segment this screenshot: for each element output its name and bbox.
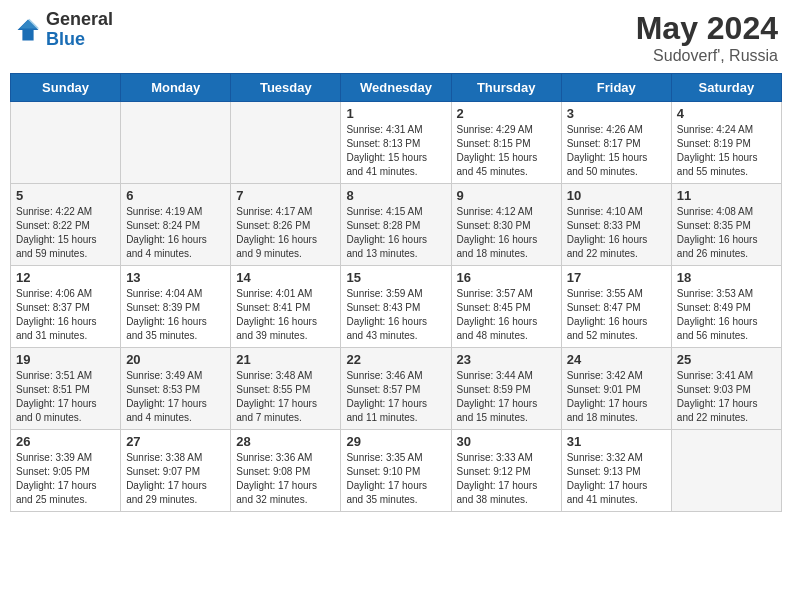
day-cell: 18Sunrise: 3:53 AMSunset: 8:49 PMDayligh… — [671, 266, 781, 348]
logo: General Blue — [14, 10, 113, 50]
day-cell: 17Sunrise: 3:55 AMSunset: 8:47 PMDayligh… — [561, 266, 671, 348]
day-number: 24 — [567, 352, 666, 367]
col-header-wednesday: Wednesday — [341, 74, 451, 102]
day-cell: 2Sunrise: 4:29 AMSunset: 8:15 PMDaylight… — [451, 102, 561, 184]
col-header-thursday: Thursday — [451, 74, 561, 102]
day-info: Sunrise: 3:36 AMSunset: 9:08 PMDaylight:… — [236, 451, 335, 507]
day-cell: 5Sunrise: 4:22 AMSunset: 8:22 PMDaylight… — [11, 184, 121, 266]
day-number: 30 — [457, 434, 556, 449]
col-header-saturday: Saturday — [671, 74, 781, 102]
day-number: 16 — [457, 270, 556, 285]
empty-day-cell — [121, 102, 231, 184]
day-number: 28 — [236, 434, 335, 449]
logo-icon — [14, 16, 42, 44]
day-cell: 22Sunrise: 3:46 AMSunset: 8:57 PMDayligh… — [341, 348, 451, 430]
day-number: 21 — [236, 352, 335, 367]
day-info: Sunrise: 3:57 AMSunset: 8:45 PMDaylight:… — [457, 287, 556, 343]
calendar-table: SundayMondayTuesdayWednesdayThursdayFrid… — [10, 73, 782, 512]
day-number: 8 — [346, 188, 445, 203]
day-info: Sunrise: 3:48 AMSunset: 8:55 PMDaylight:… — [236, 369, 335, 425]
location-subtitle: Sudoverf', Russia — [636, 47, 778, 65]
logo-general-text: General — [46, 10, 113, 30]
empty-day-cell — [231, 102, 341, 184]
day-cell: 24Sunrise: 3:42 AMSunset: 9:01 PMDayligh… — [561, 348, 671, 430]
day-info: Sunrise: 3:59 AMSunset: 8:43 PMDaylight:… — [346, 287, 445, 343]
day-info: Sunrise: 4:19 AMSunset: 8:24 PMDaylight:… — [126, 205, 225, 261]
day-number: 1 — [346, 106, 445, 121]
day-info: Sunrise: 3:44 AMSunset: 8:59 PMDaylight:… — [457, 369, 556, 425]
logo-text: General Blue — [46, 10, 113, 50]
day-cell: 4Sunrise: 4:24 AMSunset: 8:19 PMDaylight… — [671, 102, 781, 184]
day-info: Sunrise: 3:53 AMSunset: 8:49 PMDaylight:… — [677, 287, 776, 343]
col-header-sunday: Sunday — [11, 74, 121, 102]
day-info: Sunrise: 3:33 AMSunset: 9:12 PMDaylight:… — [457, 451, 556, 507]
day-info: Sunrise: 3:49 AMSunset: 8:53 PMDaylight:… — [126, 369, 225, 425]
day-info: Sunrise: 4:08 AMSunset: 8:35 PMDaylight:… — [677, 205, 776, 261]
day-cell: 29Sunrise: 3:35 AMSunset: 9:10 PMDayligh… — [341, 430, 451, 512]
day-cell: 8Sunrise: 4:15 AMSunset: 8:28 PMDaylight… — [341, 184, 451, 266]
day-info: Sunrise: 4:31 AMSunset: 8:13 PMDaylight:… — [346, 123, 445, 179]
day-info: Sunrise: 4:15 AMSunset: 8:28 PMDaylight:… — [346, 205, 445, 261]
day-cell: 12Sunrise: 4:06 AMSunset: 8:37 PMDayligh… — [11, 266, 121, 348]
day-number: 17 — [567, 270, 666, 285]
col-header-tuesday: Tuesday — [231, 74, 341, 102]
day-cell: 23Sunrise: 3:44 AMSunset: 8:59 PMDayligh… — [451, 348, 561, 430]
day-number: 25 — [677, 352, 776, 367]
day-number: 9 — [457, 188, 556, 203]
day-cell: 20Sunrise: 3:49 AMSunset: 8:53 PMDayligh… — [121, 348, 231, 430]
calendar-header-row: SundayMondayTuesdayWednesdayThursdayFrid… — [11, 74, 782, 102]
day-info: Sunrise: 4:17 AMSunset: 8:26 PMDaylight:… — [236, 205, 335, 261]
calendar-week-row: 1Sunrise: 4:31 AMSunset: 8:13 PMDaylight… — [11, 102, 782, 184]
day-cell: 3Sunrise: 4:26 AMSunset: 8:17 PMDaylight… — [561, 102, 671, 184]
day-cell: 6Sunrise: 4:19 AMSunset: 8:24 PMDaylight… — [121, 184, 231, 266]
day-info: Sunrise: 4:04 AMSunset: 8:39 PMDaylight:… — [126, 287, 225, 343]
day-cell: 21Sunrise: 3:48 AMSunset: 8:55 PMDayligh… — [231, 348, 341, 430]
day-number: 11 — [677, 188, 776, 203]
day-number: 27 — [126, 434, 225, 449]
day-cell: 30Sunrise: 3:33 AMSunset: 9:12 PMDayligh… — [451, 430, 561, 512]
day-number: 19 — [16, 352, 115, 367]
day-number: 6 — [126, 188, 225, 203]
month-title: May 2024 — [636, 10, 778, 47]
day-info: Sunrise: 3:35 AMSunset: 9:10 PMDaylight:… — [346, 451, 445, 507]
col-header-monday: Monday — [121, 74, 231, 102]
day-number: 5 — [16, 188, 115, 203]
day-number: 22 — [346, 352, 445, 367]
day-info: Sunrise: 4:26 AMSunset: 8:17 PMDaylight:… — [567, 123, 666, 179]
day-cell: 9Sunrise: 4:12 AMSunset: 8:30 PMDaylight… — [451, 184, 561, 266]
calendar-week-row: 26Sunrise: 3:39 AMSunset: 9:05 PMDayligh… — [11, 430, 782, 512]
day-number: 26 — [16, 434, 115, 449]
day-info: Sunrise: 4:06 AMSunset: 8:37 PMDaylight:… — [16, 287, 115, 343]
day-number: 18 — [677, 270, 776, 285]
day-info: Sunrise: 3:42 AMSunset: 9:01 PMDaylight:… — [567, 369, 666, 425]
calendar-week-row: 19Sunrise: 3:51 AMSunset: 8:51 PMDayligh… — [11, 348, 782, 430]
day-info: Sunrise: 3:55 AMSunset: 8:47 PMDaylight:… — [567, 287, 666, 343]
calendar-week-row: 5Sunrise: 4:22 AMSunset: 8:22 PMDaylight… — [11, 184, 782, 266]
day-number: 20 — [126, 352, 225, 367]
day-number: 14 — [236, 270, 335, 285]
day-number: 7 — [236, 188, 335, 203]
day-info: Sunrise: 4:29 AMSunset: 8:15 PMDaylight:… — [457, 123, 556, 179]
day-cell: 14Sunrise: 4:01 AMSunset: 8:41 PMDayligh… — [231, 266, 341, 348]
day-cell: 7Sunrise: 4:17 AMSunset: 8:26 PMDaylight… — [231, 184, 341, 266]
day-cell: 10Sunrise: 4:10 AMSunset: 8:33 PMDayligh… — [561, 184, 671, 266]
day-cell: 16Sunrise: 3:57 AMSunset: 8:45 PMDayligh… — [451, 266, 561, 348]
day-info: Sunrise: 4:01 AMSunset: 8:41 PMDaylight:… — [236, 287, 335, 343]
day-info: Sunrise: 3:46 AMSunset: 8:57 PMDaylight:… — [346, 369, 445, 425]
day-cell: 11Sunrise: 4:08 AMSunset: 8:35 PMDayligh… — [671, 184, 781, 266]
day-info: Sunrise: 3:38 AMSunset: 9:07 PMDaylight:… — [126, 451, 225, 507]
day-number: 31 — [567, 434, 666, 449]
day-cell: 26Sunrise: 3:39 AMSunset: 9:05 PMDayligh… — [11, 430, 121, 512]
day-cell: 27Sunrise: 3:38 AMSunset: 9:07 PMDayligh… — [121, 430, 231, 512]
day-info: Sunrise: 4:22 AMSunset: 8:22 PMDaylight:… — [16, 205, 115, 261]
day-number: 29 — [346, 434, 445, 449]
day-info: Sunrise: 3:41 AMSunset: 9:03 PMDaylight:… — [677, 369, 776, 425]
day-number: 3 — [567, 106, 666, 121]
calendar-week-row: 12Sunrise: 4:06 AMSunset: 8:37 PMDayligh… — [11, 266, 782, 348]
day-number: 13 — [126, 270, 225, 285]
header: General Blue May 2024 Sudoverf', Russia — [10, 10, 782, 65]
day-number: 15 — [346, 270, 445, 285]
day-info: Sunrise: 4:24 AMSunset: 8:19 PMDaylight:… — [677, 123, 776, 179]
day-info: Sunrise: 3:51 AMSunset: 8:51 PMDaylight:… — [16, 369, 115, 425]
col-header-friday: Friday — [561, 74, 671, 102]
